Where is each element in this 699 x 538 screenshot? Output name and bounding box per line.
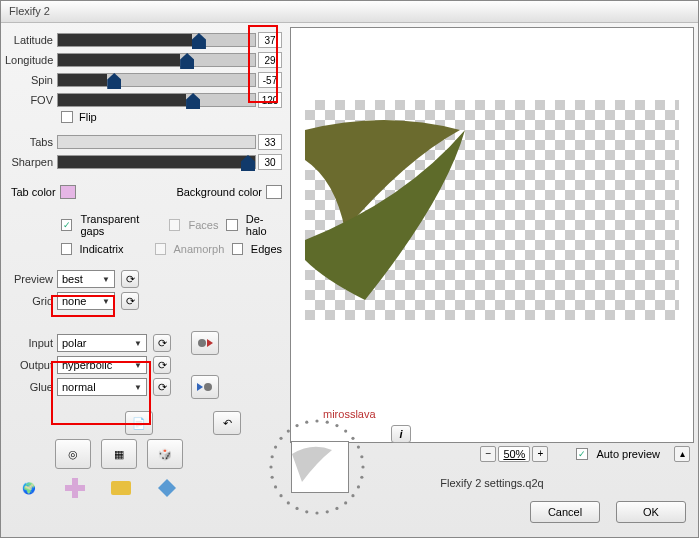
slider-longitude[interactable] — [57, 53, 256, 67]
svg-point-0 — [198, 339, 206, 347]
brick-icon[interactable] — [103, 473, 139, 503]
refresh-preview-icon[interactable]: ⟳ — [121, 270, 139, 288]
label-indicatrix: Indicatrix — [80, 243, 124, 255]
grid-icon[interactable]: ▦ — [101, 439, 137, 469]
info-button[interactable]: i — [391, 425, 411, 443]
undo-icon[interactable]: ↶ — [213, 411, 241, 435]
select-preview[interactable]: best▼ — [57, 270, 115, 288]
svg-point-3 — [204, 383, 212, 391]
play2-icon[interactable] — [191, 375, 219, 399]
input-tabs[interactable] — [258, 134, 282, 150]
select-glue[interactable]: normal▼ — [57, 378, 147, 396]
zoom-value[interactable]: 50% — [498, 446, 530, 462]
target-icon[interactable]: ◎ — [55, 439, 91, 469]
label-longitude: Longitude — [5, 54, 57, 66]
dice-icon[interactable]: 🎲 — [147, 439, 183, 469]
checkbox-anamorph — [155, 243, 166, 255]
checkbox-indicatrix[interactable] — [61, 243, 72, 255]
slider-spin[interactable] — [57, 73, 256, 87]
checkbox-flip[interactable] — [61, 111, 73, 123]
label-spin: Spin — [5, 74, 57, 86]
label-preview: Preview — [5, 273, 57, 285]
checkbox-edges[interactable] — [232, 243, 243, 255]
label-transparent: Transparent gaps — [80, 213, 161, 237]
label-glue: Glue — [5, 381, 57, 393]
label-input: Input — [5, 337, 57, 349]
slider-tabs — [57, 135, 256, 149]
refresh-glue-icon[interactable]: ⟳ — [153, 378, 171, 396]
thumbnail[interactable] — [291, 441, 349, 493]
label-flip: Flip — [79, 111, 97, 123]
input-sharpen[interactable] — [258, 154, 282, 170]
settings-file: Flexify 2 settings.q2q — [290, 465, 694, 501]
ok-button[interactable]: OK — [616, 501, 686, 523]
refresh-grid-icon[interactable]: ⟳ — [121, 292, 139, 310]
input-latitude[interactable] — [258, 32, 282, 48]
slider-sharpen[interactable] — [57, 155, 256, 169]
select-input[interactable]: polar▼ — [57, 334, 147, 352]
label-autopreview: Auto preview — [596, 448, 660, 460]
input-spin[interactable] — [258, 72, 282, 88]
label-latitude: Latitude — [5, 34, 57, 46]
label-fov: FOV — [5, 94, 57, 106]
label-edges: Edges — [251, 243, 282, 255]
label-grid: Grid — [5, 295, 57, 307]
select-output[interactable]: hyperbolic▼ — [57, 356, 147, 374]
label-tabcolor: Tab color — [11, 186, 56, 198]
cross-icon[interactable] — [57, 473, 93, 503]
slider-latitude[interactable] — [57, 33, 256, 47]
collapse-icon[interactable]: ▴ — [674, 446, 690, 462]
credit-text: mirosslava — [323, 408, 376, 420]
label-dehalo: De-halo — [246, 213, 282, 237]
slider-fov[interactable] — [57, 93, 256, 107]
titlebar: Flexify 2 — [1, 1, 698, 23]
svg-marker-1 — [207, 339, 213, 347]
label-output: Output — [5, 359, 57, 371]
swatch-bgcolor[interactable] — [266, 185, 282, 199]
input-fov[interactable] — [258, 92, 282, 108]
checkbox-autopreview[interactable] — [576, 448, 588, 460]
label-faces: Faces — [188, 219, 218, 231]
label-sharpen: Sharpen — [5, 156, 57, 168]
label-bgcolor: Background color — [176, 186, 262, 198]
checkbox-faces — [169, 219, 180, 231]
svg-rect-5 — [65, 485, 85, 491]
globe-icon[interactable]: 🌍 — [11, 473, 47, 503]
svg-rect-6 — [111, 481, 131, 495]
preview-image — [305, 100, 525, 320]
svg-marker-7 — [158, 479, 176, 497]
select-grid[interactable]: none▼ — [57, 292, 115, 310]
refresh-output-icon[interactable]: ⟳ — [153, 356, 171, 374]
label-anamorph: Anamorph — [174, 243, 225, 255]
input-longitude[interactable] — [258, 52, 282, 68]
label-tabs: Tabs — [5, 136, 57, 148]
document-icon[interactable]: 📄 — [125, 411, 153, 435]
swatch-tabcolor[interactable] — [60, 185, 76, 199]
play-icon[interactable] — [191, 331, 219, 355]
zoom-in-button[interactable]: + — [532, 446, 548, 462]
preview-pane: mirosslava — [290, 27, 694, 443]
zoom-out-button[interactable]: − — [480, 446, 496, 462]
checkbox-dehalo[interactable] — [226, 219, 237, 231]
cancel-button[interactable]: Cancel — [530, 501, 600, 523]
refresh-input-icon[interactable]: ⟳ — [153, 334, 171, 352]
svg-marker-2 — [197, 383, 203, 391]
diamond-icon[interactable] — [149, 473, 185, 503]
checkbox-transparent[interactable] — [61, 219, 72, 231]
